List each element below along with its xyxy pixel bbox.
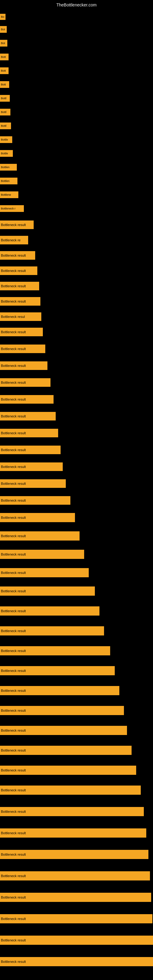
bar-row: Bottleneck result (0, 328, 43, 336)
bar-row: Bottleneck result (0, 568, 89, 577)
bar-label: Bott (0, 55, 7, 59)
bar-row: Bottl (0, 123, 11, 129)
bar-label: Bottleneck result (0, 552, 27, 557)
bar-row: Bottleneck result (0, 297, 40, 305)
bar-label: Bottleneck re (0, 238, 21, 242)
bar-label: Bottleneck result (0, 649, 27, 653)
bar-fill: Bottleneck result (0, 297, 40, 305)
bar-fill: Bottleneck result (0, 282, 39, 290)
bar-row: Bottleneck result (0, 829, 146, 838)
bar-row: Bottleneck result (0, 550, 84, 559)
bar-label: Bottleneck result (0, 364, 27, 368)
bar-row: Bottleneck result (0, 646, 110, 655)
bar-label: Bottleneck result (0, 629, 27, 633)
bar-fill: Bott (0, 54, 9, 60)
bar-row: Bottleneck result (0, 746, 132, 755)
bar-fill: Bot (0, 40, 7, 46)
bar-fill: Bottleneck result (0, 606, 99, 616)
bar-fill: Bottl (0, 123, 11, 129)
bar-row: Bottleneck result (0, 706, 124, 715)
bar-row: Bot (0, 26, 7, 33)
bar-label: Bottleneck result (0, 431, 27, 435)
bar-label: Bottlen (0, 165, 10, 169)
bar-fill: Bottleneck result (0, 871, 150, 880)
bar-fill: Bottleneck result (0, 328, 43, 336)
bar-row: Bottleneck result (0, 666, 115, 675)
bar-fill: Bottl (0, 109, 10, 115)
bar-label: Bottleneck result (0, 708, 27, 713)
bar-label: Bot (0, 41, 6, 45)
bar-label: Bottleneck resul (0, 315, 26, 319)
bar-row: Bot (0, 40, 7, 46)
bar-row: Bottleneck re (0, 236, 28, 244)
bar-fill: Bottleneck result (0, 807, 144, 816)
bar-row: Bottleneck result (0, 766, 136, 775)
bar-row: Bottle (0, 150, 13, 157)
bar-label: Bottleneck result (0, 397, 27, 401)
bar-label: Bottl (0, 110, 7, 114)
bar-row: Bottl (0, 109, 10, 115)
bar-label: Bottlen (0, 179, 10, 183)
bar-label: Bot (0, 27, 6, 31)
bar-row: Bottl (0, 95, 10, 102)
bar-label: Bottle (0, 138, 9, 142)
bar-fill: Bottleneck result (0, 746, 132, 755)
bar-label: Bottleneck result (0, 938, 27, 942)
bar-fill: Bottleneck result (0, 786, 141, 795)
bar-fill: Bottlen (0, 164, 17, 170)
bar-label: Bottleneck result (0, 571, 27, 575)
chart-container: BoBotBotBottBottBottBottlBottlBottlBottl… (0, 6, 153, 980)
bar-fill: Bottlen (0, 178, 18, 185)
bar-label: Bottleneck result (0, 299, 27, 304)
bar-row: Bottleneck result (0, 378, 51, 387)
bar-label: Bottl (0, 124, 7, 128)
bar-fill: Bottleneck resul (0, 312, 41, 321)
bar-row: Bottleneck result (0, 786, 141, 795)
bar-fill: Bottleneck result (0, 893, 151, 902)
bar-row: Bottleneck result (0, 957, 153, 966)
bar-row: Bottleneck result (0, 686, 120, 695)
bar-fill: Bottleneck result (0, 587, 95, 596)
bar-label: Bottleneck result (0, 810, 27, 814)
bar-label: Bottleneck result (0, 380, 27, 385)
bar-label: Bott (0, 83, 7, 86)
bar-row: Bott (0, 54, 9, 60)
bar-label: Bottleneck result (0, 414, 27, 418)
bar-row: Bottleneck result (0, 463, 63, 471)
bar-fill: Bottleneck result (0, 361, 48, 370)
bar-fill: Bottleneck result (0, 706, 124, 715)
bar-fill: Bottlene (0, 191, 18, 198)
bar-row: Bottleneck result (0, 531, 80, 541)
bar-row: Bottleneck result (0, 361, 48, 370)
bar-row: Bottleneck result (0, 282, 39, 290)
bar-fill: Bottleneck re (0, 236, 28, 244)
bar-label: Bottleneck result (0, 589, 27, 593)
bar-fill: Bottleneck result (0, 914, 152, 923)
bar-label: Bottleneck r (0, 207, 16, 210)
bar-fill: Bottleneck result (0, 496, 70, 505)
bar-fill: Bottleneck result (0, 221, 33, 229)
bar-label: Bottleneck result (0, 916, 27, 921)
bar-fill: Bott (0, 67, 9, 74)
bar-fill: Bottleneck result (0, 429, 58, 438)
bar-label: Bo (0, 15, 5, 19)
bar-row: Bo (0, 14, 5, 20)
bar-fill: Bottleneck result (0, 463, 63, 471)
bar-fill: Bottleneck result (0, 935, 153, 945)
bar-fill: Bottleneck result (0, 479, 66, 488)
bar-row: Bottleneck result (0, 850, 148, 859)
bar-label: Bottleneck result (0, 852, 27, 857)
bar-label: Bottleneck result (0, 831, 27, 835)
bar-row: Bottleneck result (0, 221, 33, 229)
bar-fill: Bottleneck result (0, 251, 35, 260)
bar-fill: Bottleneck result (0, 412, 56, 420)
bar-fill: Bottleneck result (0, 829, 146, 838)
bar-fill: Bo (0, 14, 5, 20)
bar-fill: Bottleneck r (0, 205, 24, 212)
bar-label: Bottle (0, 151, 9, 155)
bar-row: Bottlen (0, 178, 18, 185)
bar-label: Bott (0, 69, 7, 73)
bar-row: Bottleneck result (0, 412, 56, 420)
bar-fill: Bottleneck result (0, 513, 75, 522)
bar-row: Bottleneck result (0, 251, 35, 260)
